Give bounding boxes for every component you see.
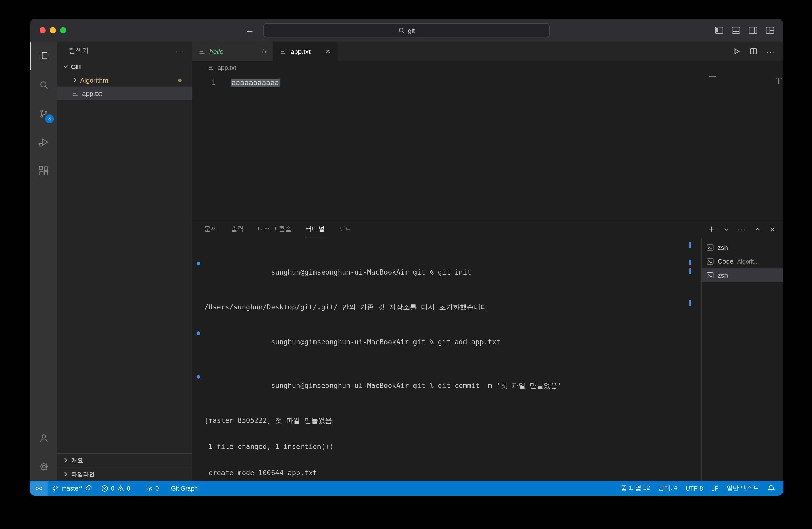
account-icon[interactable] xyxy=(30,423,57,452)
remote-indicator[interactable]: >< xyxy=(30,481,48,496)
terminal-profile-dropdown-icon[interactable] xyxy=(723,226,729,232)
folder-label: Algorithm xyxy=(80,76,108,84)
git-untracked-badge: U xyxy=(262,48,266,55)
zoom-window-button[interactable] xyxy=(60,27,66,33)
code-line: 1 aaaaaaaaaaa xyxy=(192,77,783,87)
terminal-tab-label: zsh xyxy=(717,271,728,279)
status-bar-right: 줄 1, 열 12 공백: 4 UTF-8 LF 일반 텍스트 xyxy=(617,481,783,496)
command-center-query: git xyxy=(408,26,415,34)
breadcrumb-item: app.txt xyxy=(218,64,236,71)
close-window-button[interactable] xyxy=(40,27,46,33)
terminal-scrollbar-decorations xyxy=(689,238,691,481)
panel-tabs: 문제 출력 디버그 콘솔 터미널 포트 xyxy=(204,220,351,238)
git-modified-dot xyxy=(178,78,182,82)
ports-item[interactable]: 0 xyxy=(141,481,163,496)
customize-layout-icon[interactable] xyxy=(765,25,775,35)
breadcrumb[interactable]: app.txt xyxy=(192,61,783,74)
new-terminal-icon[interactable] xyxy=(708,225,715,233)
minimap: T xyxy=(776,76,782,86)
tree-root-git[interactable]: GIT xyxy=(57,60,192,73)
source-control-icon[interactable]: 4 xyxy=(30,99,57,128)
toggle-secondary-sidebar-icon[interactable] xyxy=(748,25,758,35)
eol-label: LF xyxy=(711,485,718,492)
line-col-label: 줄 1, 열 12 xyxy=(621,484,650,493)
close-tab-icon[interactable] xyxy=(324,48,332,55)
tree-item-algorithm[interactable]: Algorithm xyxy=(57,73,192,87)
terminal-tab-code[interactable]: Code Algorit... xyxy=(702,254,783,268)
chevron-right-icon xyxy=(62,470,70,478)
indent-label: 공백: 4 xyxy=(658,484,678,493)
close-panel-icon[interactable] xyxy=(769,225,776,233)
sidebar-explorer: 탐색기 ··· GIT Algorithm xyxy=(57,42,192,481)
run-file-icon[interactable] xyxy=(733,47,741,55)
extensions-icon[interactable] xyxy=(30,157,57,185)
tab-debug-console[interactable]: 디버그 콘솔 xyxy=(258,220,292,238)
tree-item-app-txt[interactable]: app.txt xyxy=(57,87,192,100)
code-editor[interactable]: 1 aaaaaaaaaaa T xyxy=(192,74,783,220)
indentation-item[interactable]: 공백: 4 xyxy=(654,481,682,496)
tab-output[interactable]: 출력 xyxy=(231,220,244,238)
terminal-output[interactable]: sunghun@gimseonghun-ui-MacBookAir git % … xyxy=(192,238,701,481)
command-success-decoration-icon[interactable] xyxy=(197,262,200,265)
command-center-search[interactable]: git xyxy=(263,23,550,38)
tab-problems[interactable]: 문제 xyxy=(204,220,217,238)
tab-ports[interactable]: 포트 xyxy=(338,220,351,238)
toggle-panel-icon[interactable] xyxy=(731,25,741,35)
terminal-line: [master 8505222] 첫 파일 만들었음 xyxy=(204,416,701,425)
back-icon[interactable]: ← xyxy=(245,25,254,35)
search-view-icon[interactable] xyxy=(30,70,57,99)
command-success-decoration-icon[interactable] xyxy=(197,332,200,335)
window-controls xyxy=(30,27,66,33)
chevron-down-icon xyxy=(62,63,70,71)
explorer-icon[interactable] xyxy=(30,42,57,70)
terminal-line: 1 file changed, 1 insertion(+) xyxy=(204,442,701,451)
sidebar-header: 탐색기 ··· xyxy=(57,42,192,60)
problems-item[interactable]: 0 0 xyxy=(97,481,134,496)
tab-hello[interactable]: hello U xyxy=(192,42,273,61)
text-file-icon xyxy=(198,47,206,55)
terminal-tab-label: zsh xyxy=(717,244,728,251)
chevron-right-icon xyxy=(62,456,70,464)
git-graph-item[interactable]: Git Graph xyxy=(167,481,202,496)
terminal-panel: sunghun@gimseonghun-ui-MacBookAir git % … xyxy=(192,238,783,481)
eol-item[interactable]: LF xyxy=(707,481,722,496)
minimize-window-button[interactable] xyxy=(50,27,56,33)
settings-gear-icon[interactable] xyxy=(30,452,57,481)
more-actions-icon[interactable]: ··· xyxy=(176,47,185,55)
forwarded-ports-count: 0 xyxy=(155,485,159,492)
split-editor-icon[interactable] xyxy=(749,47,758,55)
command-success-decoration-icon[interactable] xyxy=(197,375,200,379)
titlebar: ← → git xyxy=(30,19,783,42)
terminal-line: sunghun@gimseonghun-ui-MacBookAir git % … xyxy=(204,259,701,285)
tab-app-txt[interactable]: app.txt xyxy=(273,42,338,61)
terminal-tab-description: Algorit... xyxy=(737,258,759,265)
maximize-panel-icon[interactable] xyxy=(754,225,761,233)
error-icon xyxy=(101,485,108,492)
more-actions-icon[interactable]: ··· xyxy=(766,47,775,55)
encoding-item[interactable]: UTF-8 xyxy=(681,481,707,496)
editor-group: hello U app.txt xyxy=(192,42,783,481)
terminal-icon xyxy=(706,244,714,251)
bottom-panel: 문제 출력 디버그 콘솔 터미널 포트 xyxy=(192,220,783,481)
terminal-tab-zsh-2[interactable]: zsh xyxy=(702,268,783,282)
more-actions-icon[interactable]: ··· xyxy=(737,225,746,233)
text-file-icon xyxy=(279,47,287,55)
tab-terminal[interactable]: 터미널 xyxy=(305,220,325,238)
terminal-icon xyxy=(706,271,714,279)
toggle-sidebar-icon[interactable] xyxy=(714,25,724,35)
terminal-tab-zsh-1[interactable]: zsh xyxy=(702,241,783,254)
run-debug-icon[interactable] xyxy=(30,128,57,157)
terminal-line: /Users/sunghun/Desktop/git/.git/ 안의 기존 깃… xyxy=(204,303,701,311)
timeline-section-header[interactable]: 타임라인 xyxy=(57,467,192,481)
notifications-item[interactable] xyxy=(763,481,779,496)
timeline-label: 타임라인 xyxy=(71,470,95,478)
vscode-window: ← → git xyxy=(30,19,783,496)
git-branch-item[interactable]: master* xyxy=(48,481,97,496)
overview-ruler-mark xyxy=(709,76,715,77)
tab-bar: hello U app.txt xyxy=(192,42,783,61)
terminal-icon xyxy=(706,258,714,265)
terminal-line: sunghun@gimseonghun-ui-MacBookAir git % … xyxy=(204,372,701,399)
language-mode-item[interactable]: 일반 텍스트 xyxy=(722,481,763,496)
cursor-position-item[interactable]: 줄 1, 열 12 xyxy=(617,481,654,496)
outline-section-header[interactable]: 개요 xyxy=(57,453,192,467)
